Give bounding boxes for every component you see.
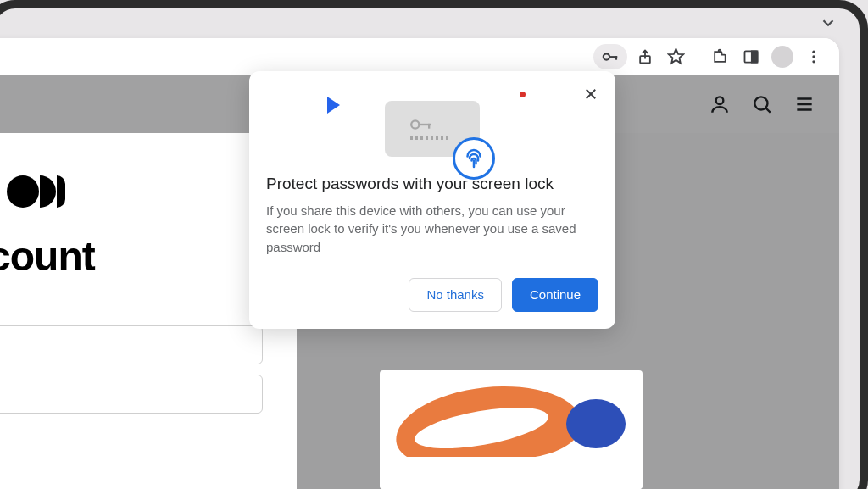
key-icon — [410, 116, 434, 136]
product-image-card[interactable] — [380, 370, 643, 489]
svg-point-8 — [812, 50, 815, 53]
login-input-field[interactable] — [0, 325, 263, 364]
popover-illustration — [266, 85, 598, 166]
star-icon[interactable] — [662, 42, 690, 70]
share-icon[interactable] — [631, 42, 659, 70]
brand-logo-icon — [7, 175, 263, 208]
password-manager-key-icon[interactable] — [593, 44, 627, 69]
popover-title: Protect passwords with your screen lock — [266, 175, 598, 193]
fingerprint-icon — [453, 137, 495, 180]
play-icon — [327, 97, 340, 114]
svg-line-13 — [765, 108, 770, 112]
svg-rect-21 — [428, 124, 430, 129]
login-heading: our account — [0, 233, 263, 280]
search-icon[interactable] — [749, 92, 775, 117]
account-icon[interactable] — [707, 92, 732, 117]
svg-rect-2 — [615, 56, 617, 60]
svg-point-9 — [812, 55, 815, 58]
screen-lock-popover: Protect passwords with your screen lock … — [249, 71, 615, 329]
popover-body-text: If you share this device with others, yo… — [266, 202, 598, 256]
svg-point-5 — [718, 49, 721, 52]
hamburger-menu-icon[interactable] — [792, 92, 817, 117]
svg-point-0 — [604, 53, 609, 59]
window-collapse-chevron-icon[interactable] — [819, 14, 837, 36]
extensions-icon[interactable] — [705, 42, 733, 70]
no-thanks-button[interactable]: No thanks — [409, 278, 502, 312]
alert-dot-icon — [520, 92, 526, 97]
browser-toolbar — [0, 38, 839, 75]
svg-point-11 — [716, 97, 724, 104]
login-input-field[interactable] — [0, 375, 263, 414]
svg-marker-4 — [669, 49, 684, 64]
more-menu-icon[interactable] — [799, 42, 827, 70]
side-panel-icon[interactable] — [737, 42, 765, 70]
continue-button[interactable]: Continue — [512, 278, 598, 312]
profile-avatar-icon[interactable] — [768, 42, 796, 70]
popover-actions: No thanks Continue — [266, 278, 598, 312]
svg-rect-7 — [751, 51, 757, 62]
svg-point-12 — [754, 97, 767, 109]
svg-point-19 — [411, 120, 419, 128]
svg-point-10 — [812, 60, 815, 63]
